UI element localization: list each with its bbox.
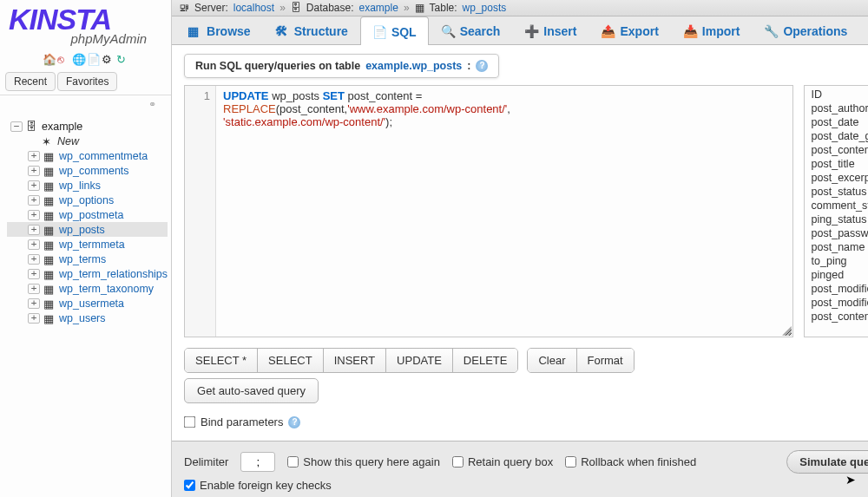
column-option[interactable]: post_content — [808, 143, 868, 157]
column-option[interactable]: post_date_gmt — [808, 129, 868, 143]
breadcrumb: 🖳 Server: localhost » 🗄 Database: exampl… — [172, 0, 868, 16]
insert-icon: ➕ — [524, 24, 538, 38]
help-icon[interactable]: ? — [476, 60, 488, 72]
tree-table-wp_term_taxonomy[interactable]: +▦wp_term_taxonomy — [7, 281, 168, 296]
recent-tab[interactable]: Recent — [5, 72, 56, 91]
select-star-button[interactable]: SELECT * — [185, 349, 258, 372]
expand-icon[interactable]: + — [28, 166, 40, 176]
simulate-query-button[interactable]: Simulate query — [786, 450, 868, 474]
column-option[interactable]: post_name — [808, 240, 868, 254]
docs-icon[interactable]: 📄 — [87, 53, 99, 65]
link-icon[interactable]: ⚭ — [0, 95, 171, 115]
exit-icon[interactable]: ⎋ — [57, 53, 69, 65]
autosaved-query-button[interactable]: Get auto-saved query — [184, 378, 319, 403]
tree-table-wp_commentmeta[interactable]: +▦wp_commentmeta — [7, 148, 168, 163]
expand-icon[interactable]: + — [28, 298, 40, 309]
gear-icon[interactable]: ⚙ — [102, 53, 114, 65]
insert-button[interactable]: INSERT — [324, 349, 386, 372]
bind-params-checkbox[interactable] — [184, 416, 196, 428]
tree-table-wp_users[interactable]: +▦wp_users — [7, 311, 168, 325]
column-option[interactable]: post_date — [808, 115, 868, 129]
tree-table-wp_usermeta[interactable]: +▦wp_usermeta — [7, 296, 168, 311]
resize-handle-icon[interactable]: ◢ — [782, 326, 791, 335]
column-option[interactable]: post_modified_gmt — [808, 296, 868, 310]
column-option[interactable]: pinged — [808, 268, 868, 282]
reload-icon[interactable]: ↻ — [116, 53, 128, 65]
tree-table-wp_term_relationships[interactable]: +▦wp_term_relationships — [7, 266, 168, 281]
columns-list[interactable]: IDpost_authorpost_datepost_date_gmtpost_… — [804, 85, 868, 337]
tree-db[interactable]: − 🗄 example — [7, 119, 168, 134]
expand-icon[interactable]: + — [28, 254, 40, 265]
tab-export[interactable]: 📤Export — [589, 16, 670, 44]
foreign-key-checkbox[interactable] — [184, 480, 195, 491]
browse-icon: ▦ — [187, 24, 201, 38]
tree-table-wp_postmeta[interactable]: +▦wp_postmeta — [7, 207, 168, 222]
sql-editor[interactable]: 1 UPDATE wp_posts SET post_content = REP… — [184, 85, 792, 337]
show-again-checkbox[interactable] — [287, 456, 299, 468]
update-button[interactable]: UPDATE — [386, 349, 453, 372]
breadcrumb-db[interactable]: example — [359, 2, 398, 14]
expand-icon[interactable]: + — [28, 239, 40, 250]
quick-icons: 🏠 ⎋ 🌐 📄 ⚙ ↻ — [0, 48, 171, 69]
database-icon: 🗄 — [26, 121, 38, 133]
help-icon[interactable]: ? — [288, 416, 300, 428]
server-icon: 🖳 — [179, 2, 189, 14]
column-option[interactable]: comment_status — [808, 199, 868, 213]
format-button[interactable]: Format — [577, 349, 634, 372]
column-option[interactable]: post_title — [808, 157, 868, 171]
expand-icon[interactable]: + — [28, 151, 40, 161]
column-option[interactable]: post_modified — [808, 282, 868, 296]
table-icon: ▦ — [43, 180, 56, 192]
column-option[interactable]: post_status — [808, 185, 868, 199]
query-title-link[interactable]: example.wp_posts — [365, 60, 462, 72]
expand-icon[interactable]: + — [28, 225, 40, 235]
column-option[interactable]: post_content_filtered — [808, 310, 868, 324]
delimiter-label: Delimiter — [184, 455, 228, 468]
expand-icon[interactable]: + — [28, 195, 40, 206]
tab-browse[interactable]: ▦Browse — [175, 16, 263, 44]
tab-search[interactable]: 🔍Search — [429, 16, 513, 44]
sql-snippet-buttons: SELECT * SELECT INSERT UPDATE DELETE — [184, 348, 518, 373]
tree-table-wp_comments[interactable]: +▦wp_comments — [7, 163, 168, 178]
favorites-tab[interactable]: Favorites — [57, 72, 117, 91]
tab-sql[interactable]: 📄SQL — [360, 16, 429, 45]
sql-code[interactable]: UPDATE wp_posts SET post_content = REPLA… — [216, 86, 517, 337]
select-button[interactable]: SELECT — [258, 349, 324, 372]
column-option[interactable]: ping_status — [808, 213, 868, 226]
expand-icon[interactable]: + — [28, 210, 40, 220]
column-option[interactable]: ID — [808, 88, 868, 101]
tree-table-wp_options[interactable]: +▦wp_options — [7, 193, 168, 207]
home-icon[interactable]: 🏠 — [43, 53, 55, 65]
operations-icon: 🔧 — [764, 24, 778, 38]
tree-table-wp_links[interactable]: +▦wp_links — [7, 178, 168, 193]
rollback-checkbox[interactable] — [565, 456, 576, 468]
breadcrumb-server[interactable]: localhost — [233, 2, 274, 14]
column-option[interactable]: post_excerpt — [808, 171, 868, 185]
database-icon: 🗄 — [291, 2, 301, 14]
column-option[interactable]: post_password — [808, 226, 868, 240]
tab-triggers[interactable]: ⚡Triggers — [859, 16, 868, 44]
column-option[interactable]: to_ping — [808, 254, 868, 268]
logo: KINSTA phpMyAdmin — [0, 0, 171, 48]
delete-button[interactable]: DELETE — [453, 349, 518, 372]
tab-import[interactable]: 📥Import — [671, 16, 753, 44]
expand-icon[interactable]: + — [28, 313, 40, 324]
globe-icon[interactable]: 🌐 — [72, 53, 84, 65]
column-option[interactable]: post_author — [808, 101, 868, 115]
tab-structure[interactable]: 🛠Structure — [263, 16, 360, 44]
tree-table-wp_posts[interactable]: +▦wp_posts — [7, 222, 168, 237]
breadcrumb-table[interactable]: wp_posts — [463, 2, 507, 14]
import-icon: 📥 — [683, 24, 697, 38]
expand-icon[interactable]: + — [28, 284, 40, 294]
expand-icon[interactable]: + — [28, 180, 40, 191]
delimiter-input[interactable] — [240, 452, 275, 472]
retain-checkbox[interactable] — [452, 456, 464, 468]
collapse-icon[interactable]: − — [10, 121, 23, 132]
tree-new[interactable]: ✶ New — [7, 134, 168, 148]
tab-insert[interactable]: ➕Insert — [512, 16, 589, 44]
clear-button[interactable]: Clear — [528, 349, 576, 372]
tree-table-wp_termmeta[interactable]: +▦wp_termmeta — [7, 237, 168, 252]
tab-operations[interactable]: 🔧Operations — [752, 16, 859, 44]
tree-table-wp_terms[interactable]: +▦wp_terms — [7, 252, 168, 266]
expand-icon[interactable]: + — [28, 269, 40, 279]
